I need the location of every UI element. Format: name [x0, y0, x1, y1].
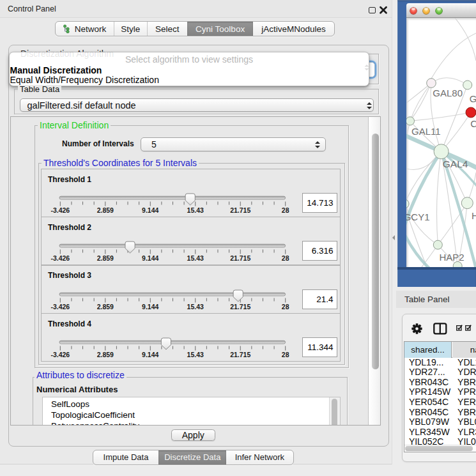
table-row[interactable]: YER054CYER054...	[404, 397, 476, 408]
threshold-label: Threshold 3	[48, 271, 91, 280]
node-table: shared... na... YDL19...YDL19...YDR27...…	[404, 341, 476, 453]
bottom-tab-discretize-data[interactable]: Discretize Data	[158, 450, 226, 464]
gal11-node[interactable]	[406, 117, 415, 125]
table-row[interactable]: YBR045CYBR045...	[404, 408, 476, 418]
tab-cyni-toolbox[interactable]: Cyni Toolbox	[187, 22, 253, 36]
cell-shared-name: YDL19...	[409, 358, 443, 367]
network-canvas[interactable]: GAL80GALCGAL11GAL4GCY1HHAP2	[406, 18, 476, 267]
hap2-node[interactable]	[433, 240, 442, 249]
slider-tick-label: -3.426	[50, 206, 70, 214]
attribute-list-item[interactable]: TopologicalCoefficient	[51, 410, 329, 420]
checkbox-icon[interactable]	[456, 325, 463, 331]
bottom-tab-impute-data[interactable]: Impute Data	[93, 450, 159, 464]
attribute-list-item[interactable]: SelfLoops	[51, 399, 329, 410]
table-data-combobox[interactable]: galFiltered.sif default node	[20, 98, 374, 112]
slider-tick-label: 9.144	[142, 303, 158, 311]
algorithm-option[interactable]: Manual Discretization	[10, 65, 102, 75]
gear-icon[interactable]	[411, 323, 422, 334]
slider-tick-label: 21.715	[230, 254, 250, 262]
tab-network[interactable]: Network	[56, 22, 114, 36]
apply-button[interactable]: Apply	[171, 429, 215, 441]
slider-thumb[interactable]	[185, 194, 195, 205]
threshold-value-field[interactable]: 21.4	[302, 289, 337, 309]
table-row[interactable]: YLR345WYLR345...	[404, 427, 476, 438]
split-pane-divider[interactable]	[392, 0, 392, 464]
threshold-slider[interactable]: -3.4262.8599.14415.4321.71528	[44, 333, 300, 361]
slider-tick-label: 15.43	[187, 206, 203, 214]
slider-tick-label: 28	[281, 254, 289, 262]
slider-track[interactable]	[59, 244, 286, 247]
slider-tick-label: 15.43	[187, 254, 203, 262]
close-traffic-light-icon[interactable]	[410, 8, 417, 15]
table-panel-title: Table Panel	[404, 291, 450, 309]
algorithm-option[interactable]: Equal Width/Frequency Discretization	[10, 75, 159, 85]
slider-track[interactable]	[59, 196, 286, 199]
threshold-label: Threshold 1	[48, 175, 91, 184]
zoom-traffic-light-icon[interactable]	[436, 8, 443, 15]
slider-tick-label: -3.426	[50, 351, 70, 358]
node-label: GAL	[470, 93, 476, 104]
threshold-slider[interactable]: -3.4262.8599.14415.4321.71528	[44, 236, 300, 265]
divider-collapse-arrow-icon[interactable]	[392, 235, 395, 240]
table-horizontal-scrollbar[interactable]	[404, 445, 476, 452]
table-row[interactable]: YDL19...YDL19...	[404, 358, 476, 368]
network-edge	[410, 83, 431, 121]
threshold-value-field[interactable]: 14.713	[302, 193, 337, 213]
settings-vertical-scrollbar[interactable]	[368, 117, 381, 425]
threshold-value-field[interactable]: 11.344	[302, 337, 337, 357]
numerical-attributes-list[interactable]: SelfLoopsTopologicalCoefficientBetweenne…	[42, 397, 341, 426]
window-title: Control Panel	[8, 0, 56, 18]
bottom-tab-infer-network[interactable]: Infer Network	[226, 450, 293, 464]
float-window-icon[interactable]	[369, 7, 376, 14]
red-node[interactable]	[466, 107, 476, 118]
slider-tick-label: 28	[281, 206, 289, 214]
interval-definition-group-title: Interval Definition	[38, 121, 111, 130]
number-of-intervals-label: Number of Intervals	[62, 139, 134, 148]
slider-thumb[interactable]	[161, 338, 171, 349]
algorithm-placeholder-option[interactable]: Select algorithm to view settings	[9, 54, 369, 65]
table-header-row: shared... na...	[404, 342, 476, 358]
tab-jactivemnodules[interactable]: jActiveMNodules	[253, 22, 334, 36]
node-label: HAP2	[440, 252, 464, 263]
attribute-list-item[interactable]: BetweennessCentrality	[51, 420, 329, 426]
cell-name: YBR043...	[457, 378, 476, 387]
gal4-node[interactable]	[434, 144, 449, 159]
column-header-name[interactable]: na...	[452, 342, 476, 358]
gcy1-node[interactable]	[406, 199, 409, 208]
column-header-shared-name[interactable]: shared...	[404, 342, 452, 358]
table-row[interactable]: YBR043CYBR043...	[404, 378, 476, 388]
slider-tick-label: 9.144	[142, 206, 158, 214]
split-view-icon[interactable]	[433, 323, 447, 335]
threshold-slider[interactable]: -3.4262.8599.14415.4321.71528	[44, 188, 300, 217]
slider-thumb[interactable]	[233, 290, 243, 302]
table-scrollbar-thumb[interactable]	[405, 446, 473, 451]
cell-shared-name: YBR043C	[409, 378, 449, 387]
node-label: C	[470, 118, 476, 129]
attributes-list-scrollbar[interactable]	[329, 397, 340, 426]
table-row[interactable]: YDR27...YDR27...	[404, 367, 476, 378]
threshold-value-field[interactable]: 6.316	[302, 241, 337, 261]
slider-track[interactable]	[59, 293, 286, 296]
attributes-list-scrollbar-thumb[interactable]	[332, 399, 337, 426]
cell-shared-name: YLR345W	[409, 427, 450, 437]
network-edge	[406, 121, 410, 204]
gal80-node[interactable]	[427, 79, 436, 88]
top-right-node[interactable]	[463, 81, 472, 89]
close-icon[interactable]	[380, 6, 387, 14]
threshold-panel: Threshold 2-3.4262.8599.14415.4321.71528…	[41, 217, 341, 265]
threshold-panel: Threshold 4-3.4262.8599.14415.4321.71528…	[41, 313, 341, 362]
minimize-traffic-light-icon[interactable]	[423, 8, 430, 15]
table-row[interactable]: YBL079WYBL079...	[404, 417, 476, 427]
number-of-intervals-combobox[interactable]: 5	[141, 137, 326, 151]
table-row[interactable]: YPR145WYPR145...	[404, 387, 476, 397]
slider-thumb[interactable]	[125, 242, 134, 253]
threshold-slider[interactable]: -3.4262.8599.14415.4321.71528	[44, 285, 300, 313]
tab-select[interactable]: Select	[147, 22, 188, 36]
tab-style[interactable]: Style	[114, 22, 146, 36]
slider-track[interactable]	[59, 341, 286, 344]
checkbox-icon[interactable]	[465, 325, 472, 331]
settings-scrollbar-thumb[interactable]	[372, 134, 380, 369]
h-node[interactable]	[461, 197, 473, 209]
attribute-items: SelfLoopsTopologicalCoefficientBetweenne…	[43, 397, 329, 426]
threshold-panel: Threshold 3-3.4262.8599.14415.4321.71528…	[41, 265, 341, 314]
